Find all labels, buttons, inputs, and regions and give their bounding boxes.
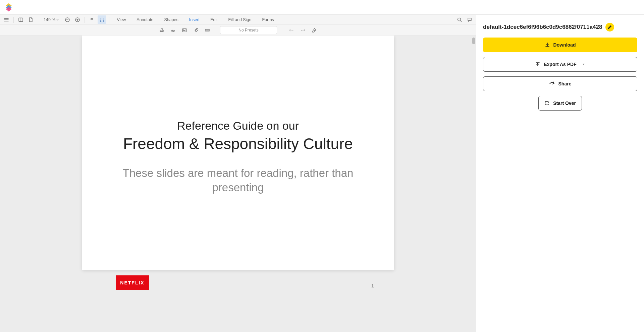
tab-annotate[interactable]: Annotate	[132, 15, 158, 25]
share-button[interactable]: Share	[483, 76, 637, 91]
main-toolbar: 149 % View Annotate Shapes Insert Edit F…	[0, 15, 476, 25]
app-header	[0, 0, 644, 15]
tab-insert[interactable]: Insert	[184, 15, 204, 25]
separator	[13, 17, 14, 23]
svg-point-8	[458, 18, 461, 21]
file-name: default-1dcec6ef6f96b6c0d9c6862f0711a428	[483, 24, 602, 30]
upload-icon	[535, 62, 540, 67]
hamburger-icon[interactable]	[2, 15, 11, 24]
slide-title-line2: Freedom & Responsibility Culture	[122, 135, 354, 153]
svg-rect-0	[19, 18, 23, 21]
side-panel: default-1dcec6ef6f96b6c0d9c6862f0711a428…	[476, 15, 644, 332]
tab-view[interactable]: View	[112, 15, 130, 25]
signature-icon[interactable]	[169, 26, 177, 35]
comment-icon[interactable]	[465, 15, 474, 24]
slide-title-line1: Reference Guide on our	[122, 119, 354, 132]
zoom-out-icon[interactable]	[63, 15, 72, 24]
attachment-icon[interactable]	[192, 26, 200, 35]
download-label: Download	[553, 42, 576, 48]
pencil-icon	[607, 25, 612, 29]
separator	[38, 17, 38, 23]
undo-icon[interactable]	[287, 26, 296, 35]
repeat-icon	[544, 101, 550, 106]
pan-hand-icon[interactable]	[88, 15, 96, 24]
svg-line-9	[461, 20, 462, 22]
tab-edit[interactable]: Edit	[206, 15, 222, 25]
scrollbar[interactable]	[472, 38, 475, 330]
start-over-label: Start Over	[553, 101, 576, 106]
brand-badge: NETFLIX	[116, 275, 149, 290]
page-icon[interactable]	[26, 15, 35, 24]
app-logo	[4, 3, 13, 12]
tab-forms[interactable]: Forms	[257, 15, 278, 25]
select-area-icon[interactable]	[98, 15, 106, 24]
presets-dropdown[interactable]: No Presets	[220, 26, 277, 34]
share-label: Share	[558, 81, 572, 86]
export-label: Export As PDF	[544, 62, 577, 67]
separator	[109, 17, 109, 23]
edit-filename-button[interactable]	[605, 23, 614, 31]
insert-sub-toolbar: No Presets	[0, 25, 476, 36]
separator	[216, 27, 216, 33]
chevron-down-icon	[582, 63, 585, 66]
page-number: 1	[371, 283, 374, 288]
search-icon[interactable]	[455, 15, 464, 24]
separator	[85, 17, 85, 23]
download-icon	[545, 42, 550, 48]
zoom-in-icon[interactable]	[73, 15, 82, 24]
tab-shapes[interactable]: Shapes	[159, 15, 183, 25]
document-canvas[interactable]: Reference Guide on our Freedom & Respons…	[0, 36, 476, 332]
eraser-icon[interactable]	[310, 26, 319, 35]
document-page: Reference Guide on our Freedom & Respons…	[82, 36, 394, 270]
scrollbar-thumb[interactable]	[472, 38, 475, 44]
download-button[interactable]: Download	[483, 38, 637, 52]
barcode-icon[interactable]	[203, 26, 212, 35]
presets-label: No Presets	[238, 28, 258, 32]
start-over-button[interactable]: Start Over	[538, 96, 582, 111]
zoom-value: 149 %	[44, 17, 55, 22]
zoom-selector[interactable]: 149 %	[41, 17, 62, 23]
stamp-icon[interactable]	[157, 26, 166, 35]
share-icon	[549, 81, 555, 86]
export-button[interactable]: Export As PDF	[483, 57, 637, 72]
viewer-column: 149 % View Annotate Shapes Insert Edit F…	[0, 15, 476, 332]
redo-icon[interactable]	[299, 26, 307, 35]
sidebar-toggle-icon[interactable]	[16, 15, 25, 24]
svg-rect-7	[100, 18, 104, 21]
tab-fill-sign[interactable]: Fill and Sign	[224, 15, 256, 25]
image-icon[interactable]	[180, 26, 189, 35]
file-name-row: default-1dcec6ef6f96b6c0d9c6862f0711a428	[483, 23, 637, 31]
slide-subtitle: These slides are meant for reading, rath…	[122, 166, 354, 195]
